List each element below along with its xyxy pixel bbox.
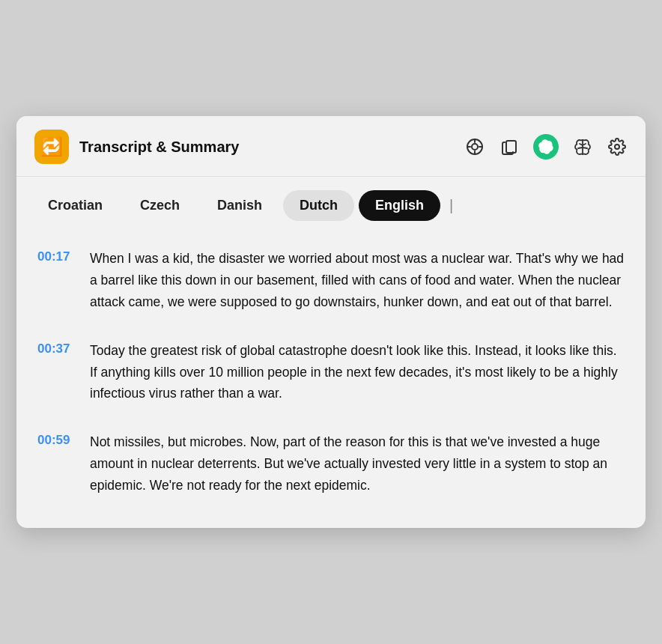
- transcript-entry-1: 00:17 When I was a kid, the disaster we …: [37, 234, 625, 326]
- svg-point-12: [615, 145, 619, 149]
- transcript-text-1: When I was a kid, the disaster we worrie…: [90, 248, 625, 313]
- transcript-area: 00:17 When I was a kid, the disaster we …: [16, 227, 646, 510]
- svg-rect-6: [506, 141, 516, 153]
- transcript-entry-3: 00:59 Not missiles, but microbes. Now, p…: [37, 418, 625, 510]
- transcript-entry-2: 00:37 Today the greatest risk of global …: [37, 326, 625, 419]
- timestamp-1: 00:17: [37, 248, 76, 264]
- tab-czech[interactable]: Czech: [124, 190, 196, 221]
- copy-icon[interactable]: [499, 136, 520, 157]
- tab-dutch[interactable]: Dutch: [283, 190, 354, 221]
- tab-danish[interactable]: Danish: [201, 190, 279, 221]
- app-title: Transcript & Summary: [79, 139, 464, 156]
- tab-english[interactable]: English: [359, 190, 440, 221]
- timestamp-2: 00:37: [37, 340, 76, 356]
- brain-icon[interactable]: [572, 136, 593, 157]
- svg-line-10: [578, 148, 583, 148]
- tab-croatian[interactable]: Croatian: [31, 190, 119, 221]
- svg-line-11: [583, 148, 587, 148]
- transcript-text-2: Today the greatest risk of global catast…: [90, 340, 625, 405]
- language-tabs: Croatian Czech Danish Dutch English |: [16, 177, 646, 227]
- header: 🔁 Transcript & Summary: [16, 116, 646, 177]
- timestamp-3: 00:59: [37, 431, 76, 448]
- svg-point-1: [472, 144, 478, 150]
- chatgpt-icon[interactable]: [533, 134, 559, 160]
- target-icon[interactable]: [464, 136, 485, 157]
- app-window: 🔁 Transcript & Summary: [16, 116, 646, 528]
- logo-icon: 🔁: [40, 136, 63, 157]
- transcript-text-3: Not missiles, but microbes. Now, part of…: [90, 431, 625, 496]
- header-icon-group: [464, 134, 628, 160]
- settings-icon[interactable]: [607, 136, 628, 157]
- app-logo: 🔁: [34, 130, 69, 164]
- tabs-more-indicator: |: [445, 197, 458, 214]
